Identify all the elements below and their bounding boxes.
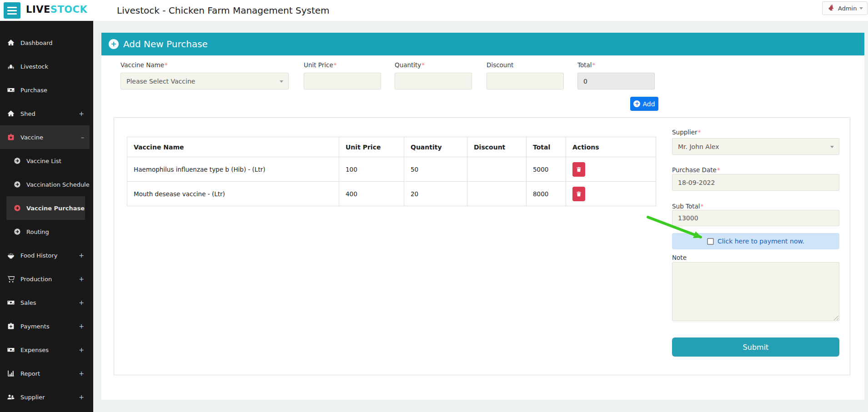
sidebar-item-vaccination-schedule[interactable]: Vaccination Schedule [0,173,93,196]
home-icon [7,39,15,47]
delete-row-button[interactable] [572,187,585,201]
sidebar-item-label: Dashboard [20,40,53,46]
sidebar-item-label: Vaccine Purchase [26,205,85,212]
bar-chart-icon [7,369,15,377]
sub-total-label: Sub Total* [672,203,703,210]
cell-quantity: 50 [404,157,467,182]
sidebar-item-production[interactable]: Production + [0,267,93,291]
cell-total: 8000 [527,182,566,206]
note-label: Note [672,254,687,261]
hamburger-menu-button[interactable] [4,2,20,19]
topbar: LIVESTOCK Livestock - Chicken Farm Manag… [0,0,868,21]
expand-plus-icon: + [79,299,84,306]
supplier-select[interactable]: Mr. John Alex [672,138,839,155]
sidebar-item-supplier[interactable]: Supplier + [0,385,93,409]
sidebar-item-vaccine-list[interactable]: Vaccine List [0,149,93,173]
sidebar-item-vaccine-purchase[interactable]: Vaccine Purchase [0,196,93,220]
sidebar-item-sales[interactable]: Sales + [0,291,93,314]
sidebar-item-label: Payments [20,323,50,330]
add-button[interactable]: Add [630,97,658,111]
sidebar-item-expenses[interactable]: Expenses + [0,338,93,362]
admin-dropdown-button[interactable]: Admin [822,1,868,15]
col-header-vaccine-name: Vaccine Name [127,137,339,157]
logo-text-stock: STOCK [50,4,88,15]
required-asterisk: * [334,61,337,69]
cell-total: 5000 [527,157,566,182]
admin-label: Admin [838,5,857,12]
money-icon [7,346,15,354]
home-icon [7,109,15,118]
total-label: Total* [577,61,595,69]
table-row: Mouth desease vaccine - (Ltr) 400 20 800… [127,182,656,206]
vaccine-name-select[interactable]: Please Select Vaccine [120,73,289,89]
required-asterisk: * [717,166,720,174]
col-header-quantity: Quantity [404,137,467,157]
rooster-icon [827,4,835,13]
livestock-icon [7,62,15,70]
sidebar-item-label: Livestock [20,63,48,70]
pay-now-label: Click here to payment now. [717,238,804,245]
sidebar-item-shed[interactable]: Shed + [0,102,93,125]
sidebar-item-label: Production [20,276,52,283]
quantity-input[interactable] [395,73,472,89]
table-header-row: Vaccine Name Unit Price Quantity Discoun… [127,137,656,157]
discount-input[interactable] [487,73,564,89]
expand-plus-icon: + [79,370,84,377]
delete-row-button[interactable] [572,162,585,177]
sidebar-item-payments[interactable]: Payments + [0,314,93,338]
expand-plus-icon: + [79,346,84,353]
chevron-down-icon [859,7,863,10]
note-textarea[interactable] [672,262,839,321]
unit-price-input[interactable] [304,73,381,89]
cell-vaccine-name: Haemophilus influenzae type b (Hib) - (L… [127,157,339,182]
cell-discount [467,157,527,182]
quantity-label: Quantity* [395,61,425,69]
submit-button[interactable]: Submit [672,338,839,357]
purchase-card: Vaccine Name Unit Price Quantity Discoun… [114,117,850,375]
discount-label: Discount [487,61,513,69]
vaccine-name-label: Vaccine Name* [120,61,168,69]
sidebar-item-purchase[interactable]: Purchase [0,78,93,102]
sidebar-item-label: Vaccination Schedule [26,181,90,188]
circle-arrow-icon [14,157,21,164]
required-asterisk: * [698,129,701,136]
chevron-down-icon [830,146,834,148]
sidebar-item-label: Shed [20,110,35,117]
sidebar-item-routing[interactable]: Routing [0,220,93,243]
chevron-down-icon [280,80,283,83]
sidebar-item-label: Routing [26,228,49,235]
sidebar-item-label: Report [20,370,40,377]
sidebar-item-report[interactable]: Report + [0,362,93,385]
trash-icon [576,166,582,173]
total-input[interactable] [577,73,655,89]
col-header-total: Total [527,137,566,157]
users-icon [7,393,15,401]
sidebar-item-label: Supplier [20,394,45,401]
sidebar-item-label: Food History [20,252,58,259]
sidebar-item-dashboard[interactable]: Dashboard [0,31,93,55]
circle-arrow-icon [14,204,21,212]
sub-total-input[interactable] [672,210,839,226]
add-purchase-panel: Vaccine Name* Please Select Vaccine Unit… [101,55,864,400]
money-icon [7,298,15,307]
pay-now-bar[interactable]: Click here to payment now. [672,233,839,249]
expand-plus-icon: + [79,252,84,259]
sidebar-item-food-history[interactable]: Food History + [0,243,93,267]
cell-discount [467,182,527,206]
purchase-date-input[interactable] [672,174,839,191]
table-row: Haemophilus influenzae type b (Hib) - (L… [127,157,656,182]
briefcase-icon [7,322,15,330]
plus-circle-icon [633,100,640,107]
required-asterisk: * [592,61,596,69]
medkit-icon [7,133,15,141]
sidebar-item-label: Vaccine List [26,158,61,164]
app-logo: LIVESTOCK [26,4,87,15]
required-asterisk: * [421,61,425,69]
circle-arrow-icon [14,181,21,188]
sidebar-item-livestock[interactable]: Livestock [0,55,93,78]
cell-vaccine-name: Mouth desease vaccine - (Ltr) [127,182,339,206]
expand-plus-icon: + [79,110,84,117]
sidebar-item-vaccine[interactable]: Vaccine – [0,125,93,149]
panel-header: Add New Purchase [101,33,864,55]
pay-now-checkbox[interactable] [707,238,714,245]
